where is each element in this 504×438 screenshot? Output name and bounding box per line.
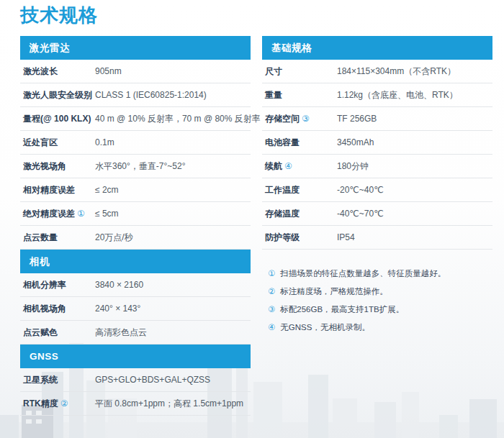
spec-value: 184×115×304mm（不含RTK） [337, 65, 492, 78]
footnote-badge: ④ [268, 323, 275, 332]
spec-row: 近处盲区 0.1m [20, 131, 251, 155]
spec-value: IP54 [337, 232, 492, 242]
spec-label: 存储空间③ [262, 113, 337, 125]
footnote-badge: ② [60, 398, 68, 409]
spec-value: ≤ 5cm [95, 209, 251, 219]
footnote-badge: ② [268, 287, 275, 296]
spec-row: 电池容量 3450mAh [262, 131, 492, 155]
spec-value: 1.12kg（含底座、电池、RTK） [337, 89, 492, 101]
spec-value: 240° × 143° [95, 304, 251, 314]
footnote-badge: ① [268, 269, 275, 278]
spec-label: 工作温度 [262, 184, 337, 196]
footnote-text: 标配256GB，最高支持1TB扩展。 [280, 305, 404, 314]
spec-label: 相机视场角 [20, 303, 95, 315]
section-header-lidar: 激光雷达 [20, 36, 251, 60]
footnote: ④无GNSS，无相机录制。 [268, 319, 492, 337]
footnote-text: 标注精度场，严格规范操作。 [280, 287, 388, 296]
spec-row: 工作温度 -20℃~40℃ [262, 178, 492, 202]
spec-label: 尺寸 [262, 65, 337, 78]
spec-value: -20℃~40℃ [337, 185, 492, 195]
spec-label: 续航④ [262, 160, 337, 173]
spec-row: 点云赋色 高清彩色点云 [20, 321, 251, 345]
spec-row: 量程(@ 100 KLX) 40 m @ 10% 反射率，70 m @ 80% … [20, 107, 251, 131]
spec-row: 尺寸 184×115×304mm（不含RTK） [262, 60, 492, 83]
spec-value: 高清彩色点云 [95, 327, 251, 339]
spec-value: TF 256GB [337, 114, 492, 124]
spec-label: RTK精度② [20, 398, 95, 410]
spec-value: CLASS 1 (IEC60825-1:2014) [95, 90, 251, 100]
spec-value: ≤ 2cm [95, 185, 251, 195]
spec-value: 40 m @ 10% 反射率，70 m @ 80% 反射率 [95, 113, 261, 125]
spec-row: 防护等级 IP54 [262, 226, 492, 250]
spec-row: 卫星系统 GPS+GLO+BDS+GAL+QZSS [20, 368, 251, 392]
spec-row: RTK精度② 平面 0.8cm+1ppm；高程 1.5cm+1ppm [20, 392, 251, 416]
footnote-badge: ③ [268, 305, 275, 314]
spec-label: 重量 [262, 89, 337, 101]
spec-label: 绝对精度误差① [20, 208, 95, 220]
spec-row: 激光波长 905nm [20, 60, 251, 83]
section-header-camera: 相机 [20, 250, 251, 273]
section-header-basic-specs: 基础规格 [262, 36, 492, 60]
spec-row: 存储空间③ TF 256GB [262, 107, 492, 131]
spec-value: -40℃~70℃ [337, 209, 492, 219]
spec-row: 续航④ 180分钟 [262, 155, 492, 178]
footnote-text: 无GNSS，无相机录制。 [280, 323, 370, 332]
left-column: 激光雷达 激光波长 905nm 激光人眼安全级别 CLASS 1 (IEC608… [20, 36, 251, 416]
spec-page: 技术规格 激光雷达 激光波长 905nm 激光人眼安全级别 CLASS 1 (I… [0, 0, 504, 438]
spec-label: 存储温度 [262, 208, 337, 220]
spec-row: 存储温度 -40℃~70℃ [262, 202, 492, 226]
footnote-text: 扫描场景的特征点数量越多、特征质量越好。 [280, 269, 446, 278]
spec-value: 20万点/秒 [95, 232, 251, 244]
spec-row: 激光视场角 水平360°，垂直-7°~52° [20, 155, 251, 178]
spec-label: 电池容量 [262, 137, 337, 149]
right-column: 基础规格 尺寸 184×115×304mm（不含RTK） 重量 1.12kg（含… [262, 36, 492, 337]
spec-value: 905nm [95, 66, 251, 76]
spec-row: 点云数量 20万点/秒 [20, 226, 251, 250]
spec-row: 相机分辨率 3840 × 2160 [20, 273, 251, 297]
footnote-badge: ④ [284, 161, 292, 171]
spec-value: 水平360°，垂直-7°~52° [95, 160, 251, 173]
spec-label: 点云数量 [20, 232, 95, 244]
spec-row: 相对精度误差 ≤ 2cm [20, 178, 251, 202]
section-header-gnss: GNSS [20, 345, 251, 368]
spec-row: 相机视场角 240° × 143° [20, 297, 251, 321]
footnote-badge: ① [77, 209, 85, 219]
spec-label: 卫星系统 [20, 374, 95, 386]
spec-value: 3840 × 2160 [95, 280, 251, 290]
footnotes: ①扫描场景的特征点数量越多、特征质量越好。 ②标注精度场，严格规范操作。 ③标配… [262, 265, 492, 337]
footnote: ②标注精度场，严格规范操作。 [268, 283, 492, 301]
spec-value: 3450mAh [337, 137, 492, 147]
content-area: 技术规格 激光雷达 激光波长 905nm 激光人眼安全级别 CLASS 1 (I… [0, 0, 504, 438]
spec-row: 激光人眼安全级别 CLASS 1 (IEC60825-1:2014) [20, 83, 251, 107]
spec-label: 相机分辨率 [20, 279, 95, 291]
spec-row: 重量 1.12kg（含底座、电池、RTK） [262, 83, 492, 107]
spec-label: 点云赋色 [20, 327, 95, 339]
spec-label: 激光视场角 [20, 160, 95, 173]
footnote-badge: ③ [302, 114, 310, 124]
footnote: ③标配256GB，最高支持1TB扩展。 [268, 301, 492, 319]
footnote: ①扫描场景的特征点数量越多、特征质量越好。 [268, 265, 492, 283]
spec-value: 180分钟 [337, 160, 492, 173]
page-title: 技术规格 [20, 3, 98, 28]
spec-label: 相对精度误差 [20, 184, 95, 196]
spec-value: GPS+GLO+BDS+GAL+QZSS [95, 375, 251, 385]
spec-label: 激光人眼安全级别 [20, 89, 95, 101]
spec-label: 近处盲区 [20, 137, 95, 149]
spec-label: 量程(@ 100 KLX) [20, 113, 95, 125]
spec-label: 激光波长 [20, 65, 95, 78]
spec-row: 绝对精度误差① ≤ 5cm [20, 202, 251, 226]
spec-label: 防护等级 [262, 232, 337, 244]
spec-value: 平面 0.8cm+1ppm；高程 1.5cm+1ppm [95, 398, 251, 410]
spec-value: 0.1m [95, 137, 251, 147]
